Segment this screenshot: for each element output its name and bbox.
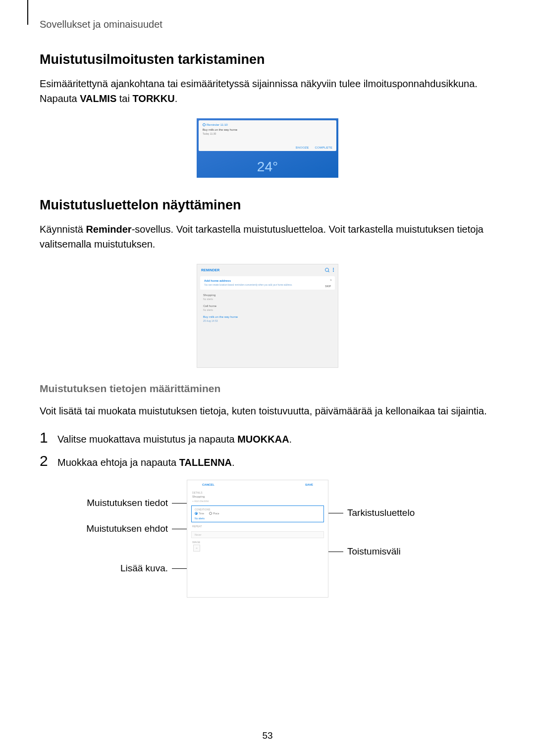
step-1: 1 Valitse muokattava muistutus ja napaut… bbox=[40, 429, 495, 447]
bold-text: TORKKU bbox=[133, 93, 175, 104]
text: Reminder 11:10 bbox=[207, 123, 228, 126]
notification-subtitle: Today 11:30 bbox=[203, 132, 332, 135]
list-item[interactable]: Shopping No alerts bbox=[203, 294, 332, 301]
screenshot-edit-reminder: CANCEL SAVE DETAILS Shopping + Add check… bbox=[187, 480, 328, 598]
complete-button[interactable]: COMPLETE bbox=[315, 146, 332, 149]
skip-button[interactable]: SKIP bbox=[325, 285, 331, 288]
text: tai bbox=[116, 93, 132, 104]
no-alerts-text[interactable]: No alerts bbox=[195, 517, 321, 520]
section-label: CONDITIONS bbox=[195, 508, 321, 511]
page-content: Muistutusilmoitusten tarkistaminen Esimä… bbox=[40, 52, 495, 598]
reminder-icon bbox=[203, 123, 206, 126]
details-value[interactable]: Shopping bbox=[192, 495, 323, 498]
callout-text: Lisää kuva. bbox=[120, 563, 168, 574]
edit-header: CANCEL SAVE bbox=[187, 480, 328, 489]
list-item[interactable]: Call home No alerts bbox=[203, 304, 332, 311]
details-section: DETAILS Shopping + Add checklist bbox=[187, 489, 328, 504]
image-section: IMAGE + bbox=[187, 539, 328, 553]
bold-text: VALMIS bbox=[80, 93, 116, 104]
section3-paragraph: Voit lisätä tai muokata muistutuksen tie… bbox=[40, 403, 495, 418]
add-home-card[interactable]: Add home address You can create location… bbox=[200, 276, 335, 290]
screenshot-edit-wrap: CANCEL SAVE DETAILS Shopping + Add check… bbox=[84, 480, 431, 598]
search-icon[interactable] bbox=[325, 268, 329, 272]
screenshot-reminder-list: REMINDER Add home address You can create… bbox=[197, 264, 338, 368]
list-item[interactable]: Buy milk on the way home 25 Aug 14:53 bbox=[203, 315, 332, 322]
notification-app-line: Reminder 11:10 bbox=[203, 123, 332, 126]
callout-image: Lisää kuva. bbox=[120, 563, 187, 574]
bold-text: MUOKKAA bbox=[237, 434, 289, 445]
step-number: 1 bbox=[40, 429, 57, 446]
section2-paragraph: Käynnistä Reminder-sovellus. Voit tarkas… bbox=[40, 222, 495, 252]
item-title: Call home bbox=[203, 304, 332, 307]
save-button[interactable]: SAVE bbox=[305, 483, 313, 486]
item-title: Buy milk on the way home bbox=[203, 315, 332, 318]
temperature-text: 24° bbox=[197, 159, 338, 175]
repeat-select[interactable]: Never bbox=[191, 531, 324, 538]
app-title: REMINDER bbox=[201, 268, 219, 272]
section-label: DETAILS bbox=[192, 491, 323, 494]
text: Muokkaa ehtoja ja napauta bbox=[57, 457, 179, 468]
card-desc: You can create location-based reminders … bbox=[204, 284, 331, 287]
header-icons bbox=[325, 268, 334, 272]
text: . bbox=[175, 93, 178, 104]
cancel-button[interactable]: CANCEL bbox=[202, 483, 214, 486]
step-text: Muokkaa ehtoja ja napauta TALLENNA. bbox=[57, 455, 235, 470]
item-sub: No alerts bbox=[203, 308, 332, 311]
text: Valitse muokattava muistutus ja napauta bbox=[57, 434, 237, 445]
step-text: Valitse muokattava muistutus ja napauta … bbox=[57, 432, 292, 447]
step-2: 2 Muokkaa ehtoja ja napauta TALLENNA. bbox=[40, 453, 495, 470]
callout-text: Muistutuksen tiedot bbox=[87, 498, 168, 508]
add-checklist-button[interactable]: + Add checklist bbox=[192, 500, 323, 503]
steps-list: 1 Valitse muokattava muistutus ja napaut… bbox=[40, 429, 495, 470]
card-title: Add home address bbox=[204, 279, 331, 282]
more-icon[interactable] bbox=[333, 268, 334, 272]
radio-label: Place bbox=[213, 512, 219, 515]
item-sub: 25 Aug 14:53 bbox=[203, 319, 332, 322]
screenshot-notification: Reminder 11:10 Buy milk on the way home … bbox=[197, 118, 338, 178]
callout-repeat: Toistumisväli bbox=[328, 546, 401, 557]
radio-group: Time Place bbox=[195, 512, 321, 515]
notification-card: Reminder 11:10 Buy milk on the way home … bbox=[199, 120, 336, 151]
page-number: 53 bbox=[0, 730, 535, 741]
callout-conditions: Muistutuksen ehdot bbox=[86, 523, 187, 534]
callout-text: Tarkistusluettelo bbox=[347, 507, 415, 518]
section1-heading: Muistutusilmoitusten tarkistaminen bbox=[40, 52, 495, 67]
repeat-value: Never bbox=[195, 533, 321, 536]
callout-details: Muistutuksen tiedot bbox=[87, 498, 187, 508]
item-sub: No alerts bbox=[203, 298, 332, 301]
text: . bbox=[289, 434, 292, 445]
close-icon[interactable]: × bbox=[330, 278, 332, 282]
callout-checklist: Tarkistusluettelo bbox=[328, 507, 415, 518]
text: . bbox=[232, 457, 235, 468]
callout-text: Toistumisväli bbox=[347, 546, 401, 557]
notification-buttons: SNOOZE COMPLETE bbox=[290, 146, 332, 149]
step-number: 2 bbox=[40, 453, 57, 469]
conditions-section: CONDITIONS Time Place No alerts bbox=[191, 505, 324, 522]
bold-text: Reminder bbox=[86, 224, 131, 235]
callout-text: Muistutuksen ehdot bbox=[86, 523, 168, 534]
item-title: Shopping bbox=[203, 294, 332, 297]
snooze-button[interactable]: SNOOZE bbox=[295, 146, 309, 149]
repeat-section: REPEAT bbox=[187, 523, 328, 530]
radio-place[interactable]: Place bbox=[209, 512, 219, 515]
section2-heading: Muistutusluettelon näyttäminen bbox=[40, 198, 495, 213]
section3-heading: Muistutuksen tietojen määrittäminen bbox=[40, 383, 495, 395]
section-label: IMAGE bbox=[192, 541, 323, 544]
section-label: REPEAT bbox=[192, 525, 323, 528]
bold-text: TALLENNA bbox=[179, 457, 232, 468]
page-margin-mark bbox=[27, 0, 28, 25]
section1-paragraph: Esimääritettynä ajankohtana tai esimääri… bbox=[40, 76, 495, 106]
app-header: REMINDER bbox=[197, 264, 338, 275]
breadcrumb: Sovellukset ja ominaisuudet bbox=[40, 19, 162, 30]
add-image-button[interactable]: + bbox=[193, 545, 200, 552]
notification-title: Buy milk on the way home bbox=[203, 128, 332, 131]
radio-time[interactable]: Time bbox=[195, 512, 204, 515]
text: Käynnistä bbox=[40, 224, 86, 235]
radio-label: Time bbox=[199, 512, 204, 515]
